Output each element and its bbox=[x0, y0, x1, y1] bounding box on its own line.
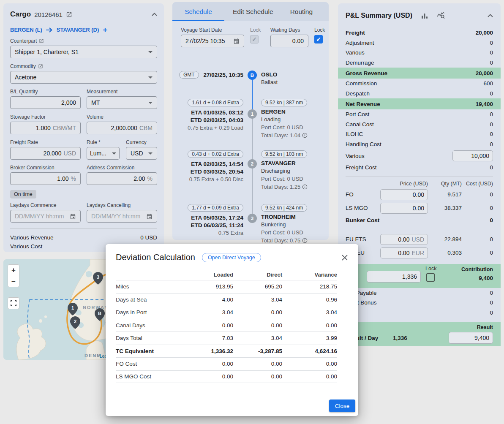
waiting-lock-checkbox[interactable]: ✓ bbox=[314, 35, 323, 43]
eta-text: ETA 01/03/25, 03:12 bbox=[191, 109, 243, 117]
port-activity: Bunkering bbox=[261, 221, 286, 228]
laydays-cancelling-input[interactable]: DD/MM/YY hh:mm bbox=[87, 210, 157, 223]
schedule-panel: Schedule Edit Schedule Routing Voyage St… bbox=[172, 2, 329, 240]
emission-cost: 0 bbox=[462, 236, 493, 242]
freight-rate-input[interactable]: 20,000USD bbox=[10, 147, 81, 160]
tab-edit-schedule[interactable]: Edit Schedule bbox=[224, 2, 282, 21]
zoom-in-button[interactable]: + bbox=[8, 265, 19, 276]
map-pin-2[interactable]: 2 bbox=[70, 316, 80, 329]
calendar-icon[interactable] bbox=[70, 213, 76, 220]
collapse-chevron-icon[interactable] bbox=[488, 14, 493, 17]
laydays-commence-input[interactable]: DD/MM/YY hh:mm bbox=[10, 210, 81, 223]
rule-label: Rule * bbox=[87, 139, 120, 145]
pnl-row-label: Various bbox=[346, 49, 365, 56]
info-icon[interactable] bbox=[302, 184, 308, 190]
pnl-row-label: Commission bbox=[346, 80, 377, 87]
collapse-chevron-icon[interactable] bbox=[152, 13, 157, 16]
eta-text: ETA 02/03/25, 14:54 bbox=[191, 160, 243, 168]
waiting-days-input[interactable]: 0.00 bbox=[270, 35, 308, 47]
volume-input[interactable]: 2,000.000CBM bbox=[87, 122, 157, 134]
fullscreen-button[interactable] bbox=[8, 297, 19, 309]
query-stats-icon[interactable] bbox=[437, 12, 445, 19]
table-row: Days in Port 3.04 0.00 3.04 bbox=[116, 306, 337, 319]
close-button[interactable]: Close bbox=[329, 400, 355, 412]
add-port-button[interactable]: + bbox=[103, 27, 107, 33]
pnl-row-value: 0 bbox=[490, 121, 493, 128]
stowage-factor-label: Stowage Factor bbox=[10, 114, 81, 120]
close-icon[interactable] bbox=[341, 254, 348, 261]
timeline-line-ballast bbox=[252, 80, 253, 109]
rule-select[interactable]: Lum... bbox=[87, 147, 120, 160]
tce-lock-label: Lock bbox=[425, 266, 436, 272]
broker-commission-input[interactable]: 1.00% bbox=[10, 172, 81, 185]
broker-commission-label: Broker Commission bbox=[10, 165, 81, 171]
laydays-cancelling-label: Laydays Cancelling bbox=[87, 202, 157, 208]
table-row: Canal Days 0.00 0.00 0.00 bbox=[116, 319, 337, 332]
fueleu-price-input[interactable]: 0.00EUR bbox=[380, 247, 428, 258]
commodity-select[interactable]: Acetone bbox=[10, 71, 157, 84]
pnl-row-label: Despatch bbox=[346, 90, 370, 97]
port-activity: Discharging bbox=[261, 167, 290, 175]
open-in-new-icon[interactable] bbox=[38, 64, 43, 69]
info-icon[interactable] bbox=[302, 133, 308, 138]
map-pin-1[interactable]: 1 bbox=[68, 303, 78, 315]
map-pin-3[interactable]: 3 bbox=[93, 272, 103, 285]
tce-input[interactable]: 1,336 bbox=[367, 271, 421, 283]
address-commission-input[interactable]: 2.00% bbox=[87, 172, 157, 185]
counterpart-select[interactable]: Shipper 1, Charterer, S1 bbox=[10, 46, 157, 58]
tab-routing[interactable]: Routing bbox=[282, 2, 321, 21]
pnl-row-label: ILOHC bbox=[346, 131, 363, 137]
port-name: TRONDHEIM bbox=[261, 213, 296, 221]
timeline-marker[interactable]: 3 bbox=[248, 214, 257, 223]
col-header-direct: Direct bbox=[233, 272, 282, 278]
zoom-out-button[interactable]: − bbox=[8, 276, 19, 287]
bar-chart-icon[interactable] bbox=[421, 12, 428, 19]
pnl-row-value: 0 bbox=[490, 164, 493, 171]
timeline-marker-start[interactable]: B bbox=[248, 71, 257, 80]
bl-quantity-input[interactable]: 2,000 bbox=[10, 96, 81, 109]
chevron-down-icon bbox=[148, 76, 153, 79]
bl-quantity-label: B/L Quantity bbox=[10, 89, 81, 95]
pnl-row-value: 0 bbox=[490, 90, 493, 97]
svg-text:B: B bbox=[98, 311, 101, 316]
calendar-icon[interactable] bbox=[146, 213, 153, 220]
route-from-link[interactable]: BERGEN (L) bbox=[10, 27, 42, 33]
eu-ets-price-input[interactable]: 0.00USD bbox=[380, 234, 428, 245]
bunker-row-label: FO bbox=[346, 191, 380, 198]
calendar-icon[interactable] bbox=[233, 38, 240, 44]
on-time-badge: On time bbox=[10, 190, 36, 198]
bunker-total-label: Bunker Cost bbox=[346, 217, 379, 223]
timeline-marker[interactable]: 2 bbox=[248, 159, 257, 169]
info-icon[interactable] bbox=[302, 238, 308, 243]
result-header: Result bbox=[477, 324, 493, 330]
contribution-header: Contribution bbox=[461, 266, 493, 272]
pnl-row-label: Demurrage bbox=[346, 60, 374, 66]
leg-speed-chip: 9.52 kn | 387 nm bbox=[261, 99, 307, 106]
port-name: BERGEN bbox=[261, 108, 286, 116]
open-in-new-icon[interactable] bbox=[66, 11, 72, 18]
map-pin-b[interactable]: B bbox=[95, 308, 105, 321]
pnl-row-value: 20,000 bbox=[476, 30, 493, 36]
open-in-new-icon[interactable] bbox=[39, 38, 44, 43]
fullscreen-icon bbox=[11, 300, 16, 306]
pnl-row-label: Adjustment bbox=[346, 40, 374, 46]
currency-select[interactable]: USD bbox=[126, 147, 157, 160]
measurement-select[interactable]: MT bbox=[87, 96, 157, 109]
various-cost-input[interactable]: 10,000 bbox=[452, 150, 493, 161]
timeline-marker[interactable]: 1 bbox=[248, 109, 257, 119]
fo-price-input[interactable]: 0.00 bbox=[380, 189, 428, 200]
various-revenue-label: Various Revenue bbox=[10, 234, 54, 241]
map-country-label-denmark: DENM bbox=[84, 353, 101, 358]
lsmgo-price-input[interactable]: 0.00 bbox=[380, 203, 428, 214]
tce-lock-checkbox[interactable] bbox=[426, 273, 435, 282]
table-row: Miles 913.95 695.20 218.75 bbox=[116, 280, 337, 293]
open-direct-voyage-button[interactable]: Open Direct Voyage bbox=[202, 253, 261, 262]
result-input[interactable]: 9,400 bbox=[449, 332, 493, 344]
route-to-link[interactable]: STAVANGER (D) bbox=[57, 27, 99, 33]
stowage-factor-input[interactable]: 1.000CBM/MT bbox=[10, 122, 81, 134]
tab-schedule[interactable]: Schedule bbox=[172, 2, 224, 21]
voyage-start-date-input[interactable]: 27/02/25 10:35 bbox=[181, 35, 244, 47]
pnl-row-value: 0 bbox=[490, 141, 493, 147]
voyage-start-date-label: Voyage Start Date bbox=[181, 27, 244, 33]
col-header-variance: Variance bbox=[282, 272, 337, 278]
